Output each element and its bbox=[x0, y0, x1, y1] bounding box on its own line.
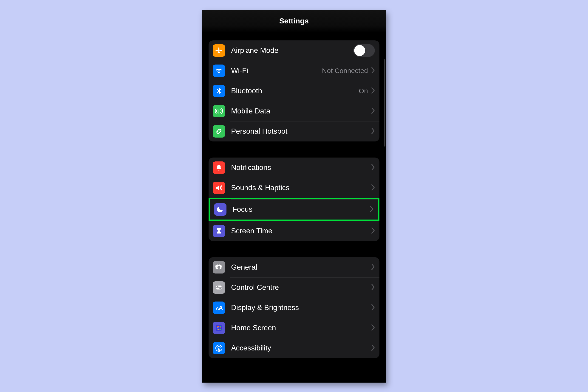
chevron-right-icon bbox=[371, 227, 375, 235]
scroll-indicator bbox=[384, 59, 386, 146]
row-control-centre[interactable]: Control Centre bbox=[208, 278, 380, 298]
chevron-right-icon bbox=[371, 324, 375, 332]
gear-icon bbox=[213, 261, 225, 274]
row-mobile-data[interactable]: Mobile Data bbox=[208, 101, 380, 121]
row-hotspot[interactable]: Personal Hotspot bbox=[208, 121, 380, 142]
accessibility-icon bbox=[213, 342, 225, 354]
grid-icon bbox=[213, 322, 225, 334]
row-screen-time[interactable]: Screen Time bbox=[208, 221, 380, 241]
row-accessibility[interactable]: Accessibility bbox=[208, 338, 380, 358]
moon-icon bbox=[214, 203, 226, 216]
row-label: Accessibility bbox=[231, 344, 371, 352]
page-title: Settings bbox=[279, 17, 309, 25]
row-label: Notifications bbox=[231, 163, 371, 172]
nav-bar: Settings bbox=[202, 10, 386, 32]
chevron-right-icon bbox=[371, 87, 375, 94]
row-airplane[interactable]: Airplane Mode bbox=[208, 40, 380, 61]
chevron-right-icon bbox=[371, 108, 375, 115]
chevron-right-icon bbox=[371, 184, 375, 192]
row-focus[interactable]: Focus bbox=[208, 198, 380, 221]
row-detail: Not Connected bbox=[322, 67, 368, 75]
speaker-icon bbox=[213, 182, 225, 194]
link-icon bbox=[213, 125, 225, 138]
chevron-right-icon bbox=[371, 304, 375, 312]
chevron-right-icon bbox=[371, 284, 375, 291]
row-label: Bluetooth bbox=[231, 86, 359, 95]
settings-scroll[interactable]: Airplane ModeWi-FiNot ConnectedBluetooth… bbox=[202, 32, 386, 358]
row-label: Mobile Data bbox=[231, 107, 371, 115]
settings-group: NotificationsSounds & HapticsFocusScreen… bbox=[208, 158, 380, 241]
hourglass-icon bbox=[213, 225, 225, 237]
chevron-right-icon bbox=[371, 264, 375, 271]
chevron-right-icon bbox=[370, 206, 374, 213]
textsize-icon bbox=[213, 302, 225, 314]
row-label: Wi-Fi bbox=[231, 66, 322, 75]
chevron-right-icon bbox=[371, 344, 375, 352]
row-label: Display & Brightness bbox=[231, 303, 371, 312]
row-notifications[interactable]: Notifications bbox=[208, 158, 380, 178]
bell-icon bbox=[213, 162, 225, 174]
row-label: Focus bbox=[232, 205, 370, 214]
wifi-icon bbox=[213, 64, 225, 77]
antenna-icon bbox=[213, 105, 225, 117]
airplane-icon bbox=[213, 44, 225, 57]
row-label: General bbox=[231, 263, 371, 272]
row-general[interactable]: General bbox=[208, 257, 380, 278]
row-sounds[interactable]: Sounds & Haptics bbox=[208, 178, 380, 198]
bluetooth-icon bbox=[213, 85, 225, 97]
sliders-icon bbox=[213, 281, 225, 294]
row-display[interactable]: Display & Brightness bbox=[208, 298, 380, 318]
airplane-toggle[interactable] bbox=[353, 44, 375, 57]
row-detail: On bbox=[359, 87, 368, 95]
row-bluetooth[interactable]: BluetoothOn bbox=[208, 81, 380, 101]
row-label: Home Screen bbox=[231, 324, 371, 332]
row-label: Sounds & Haptics bbox=[231, 184, 371, 192]
chevron-right-icon bbox=[371, 67, 375, 74]
row-home-screen[interactable]: Home Screen bbox=[208, 318, 380, 338]
chevron-right-icon bbox=[371, 128, 375, 135]
stage: Settings Airplane ModeWi-FiNot Connected… bbox=[0, 0, 588, 392]
phone-frame: Settings Airplane ModeWi-FiNot Connected… bbox=[202, 10, 386, 382]
row-label: Screen Time bbox=[231, 227, 371, 235]
settings-group: Airplane ModeWi-FiNot ConnectedBluetooth… bbox=[208, 40, 380, 142]
row-label: Control Centre bbox=[231, 283, 371, 292]
chevron-right-icon bbox=[371, 164, 375, 171]
row-label: Personal Hotspot bbox=[231, 127, 371, 136]
row-label: Airplane Mode bbox=[231, 46, 353, 55]
settings-group: GeneralControl CentreDisplay & Brightnes… bbox=[208, 257, 380, 358]
row-wifi[interactable]: Wi-FiNot Connected bbox=[208, 61, 380, 81]
